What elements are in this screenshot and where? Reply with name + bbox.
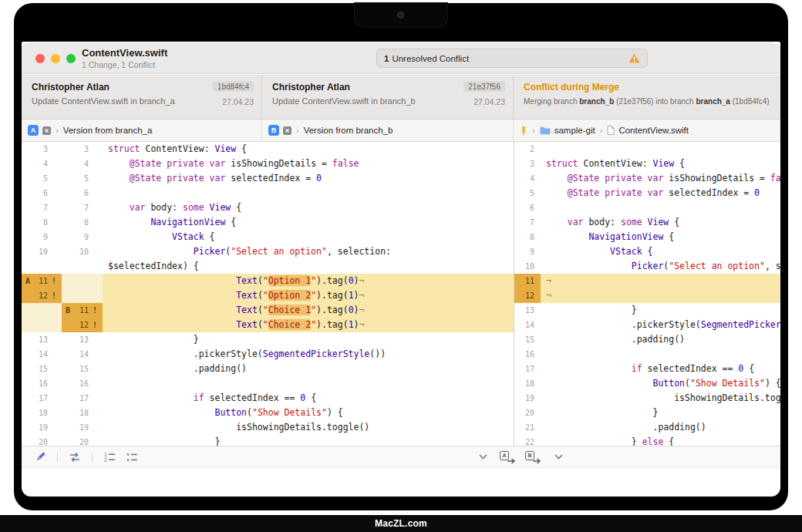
code-text: Picker("Select an option", selection: (103, 244, 514, 259)
window-subtitle: 1 Change, 1 Conflict (82, 60, 167, 69)
code-text: } (541, 406, 780, 420)
line-number-result: 5 (514, 186, 541, 200)
code-text: var body: some View { (541, 215, 780, 230)
code-line: 5 @State private var selectedIndex = 0 (514, 186, 780, 200)
line-number-result: 2 (514, 142, 541, 157)
line-number-b: 13 (62, 332, 103, 347)
pen-icon (520, 126, 527, 136)
line-number-result: 6 (514, 200, 541, 215)
line-number-result: 18 (514, 376, 541, 391)
code-line: 19 isShowingDetails.toggle() (514, 391, 780, 406)
code-text: } (103, 332, 514, 347)
line-number-result: 16 (514, 347, 541, 362)
line-numbers-button[interactable]: 12 (102, 450, 117, 464)
code-text: .pickerStyle(SegmentedPickerStyle()) (103, 347, 514, 362)
merge-conflict-title: Conflict during Merge (524, 82, 773, 93)
bottom-toolbar: 12 A B (22, 446, 780, 467)
line-number-b: 10 (62, 244, 103, 259)
version-b-label: Version from branch_b (304, 126, 393, 135)
line-number-a: 14 (22, 347, 62, 362)
line-number-a: 4 (22, 157, 62, 171)
code-text: isShowingDetails.toggle() (541, 391, 780, 406)
code-text: } (103, 435, 514, 446)
code-text: @State private var selectedIndex = 0 (541, 186, 780, 200)
line-number-b: 9 (62, 230, 103, 244)
code-line: 1717 if selectedIndex == 0 { (22, 391, 514, 406)
line-number-a: 17 (22, 391, 62, 406)
code-text: } else { (541, 435, 780, 446)
branch-a-name: branch_a (696, 97, 730, 106)
code-text: @State private var isShowingDetails = fa… (103, 157, 514, 171)
code-text: if selectedIndex == 0 { (541, 362, 780, 376)
code-line: 8 NavigationView { (514, 230, 780, 244)
code-line: 18 Button("Show Details") { (514, 376, 780, 391)
dropdown-chevron-left[interactable] (475, 450, 490, 464)
code-line: 14 .pickerStyle(SegmentedPickerStyle()) (514, 318, 780, 332)
file-status-icon (283, 126, 291, 135)
line-number-result: 14 (514, 318, 541, 332)
code-line: 7 var body: some View { (514, 215, 780, 230)
line-number-a (22, 259, 62, 274)
watermark-text: MacZL.com (375, 518, 427, 529)
code-line: 88 NavigationView { (22, 215, 514, 230)
line-number-result: 21 (514, 420, 541, 435)
change-list-button[interactable] (124, 450, 140, 464)
code-line: 1515 .padding() (22, 362, 514, 376)
code-line: 2020 } (22, 435, 514, 446)
code-panel-right[interactable]: 23struct ContentView: View {4 @State pri… (514, 142, 780, 446)
code-text: Text("Option 1").tag(0)¬ (103, 274, 514, 288)
file-icon (607, 126, 615, 135)
toolbar-right-group: A B (475, 446, 566, 467)
conflict-gutter-b[interactable]: 12! (62, 318, 103, 332)
conflict-gutter-a[interactable]: 12! (22, 288, 62, 303)
watermark-bar: MacZL.com (0, 515, 802, 532)
conflict-gutter-a[interactable]: A11! (22, 274, 62, 288)
choose-a-button[interactable]: A (500, 451, 516, 463)
choose-b-button[interactable]: B (525, 451, 541, 463)
minimize-button[interactable] (51, 54, 60, 63)
zoom-button[interactable] (66, 54, 76, 63)
code-line: 15 .padding() (514, 332, 780, 347)
line-number-a: 13 (22, 332, 62, 347)
dropdown-chevron-right[interactable] (551, 450, 566, 464)
unresolved-conflict-status[interactable]: 1 Unresolved Conflict (376, 49, 648, 68)
code-text (103, 376, 514, 391)
chevron-separator: › (532, 126, 535, 135)
toolbar-left-group: 12 (22, 450, 140, 464)
code-text: Button("Show Details") { (103, 406, 514, 420)
line-number-result: 20 (514, 406, 541, 420)
merge-info: Conflict during Merge Merging branch bra… (514, 75, 780, 119)
code-line: 22 } else { (514, 435, 780, 446)
code-line: 12¬ (514, 288, 780, 303)
code-line: 44 @State private var isShowingDetails =… (22, 157, 514, 171)
pen-tool-button[interactable] (32, 450, 48, 464)
line-number-a: 15 (22, 362, 62, 376)
conflict-count: 1 (384, 54, 389, 63)
code-text: Text("Choice 1").tag(0)¬ (103, 303, 514, 318)
line-number-a: 19 (22, 420, 62, 435)
conflict-gutter-result[interactable]: 12 (514, 288, 541, 303)
code-line: 11¬ (514, 274, 780, 288)
swap-sides-button[interactable] (67, 450, 83, 464)
folder-icon (540, 126, 551, 135)
diff-editor: 33struct ContentView: View {44 @State pr… (22, 142, 780, 446)
line-number-result: 13 (514, 303, 541, 318)
code-line: 1616 (22, 376, 514, 391)
code-line: 99 VStack { (22, 230, 514, 244)
commit-message: Update ContentView.swift in branch_b (272, 96, 450, 106)
code-panel-left[interactable]: 33struct ContentView: View {44 @State pr… (22, 142, 514, 446)
code-line: 1818 Button("Show Details") { (22, 406, 514, 420)
window-titlebar[interactable]: ContentView.swift 1 Change, 1 Conflict 1… (22, 43, 780, 74)
breadcrumb-bar: A › Version from branch_a B › Version fr… (22, 120, 780, 142)
merge-desc-post: (1bd84fc4) (730, 97, 770, 106)
conflict-gutter-result[interactable]: 11 (514, 274, 541, 288)
close-button[interactable] (35, 54, 45, 63)
conflict-gutter-b[interactable]: B11! (62, 303, 103, 318)
code-text: Picker("Select an option", selection: $s… (541, 259, 780, 274)
code-text: NavigationView { (541, 230, 780, 244)
code-line: 12! Text("Choice 2").tag(1)¬ (22, 318, 514, 332)
breadcrumb-version-a[interactable]: A › Version from branch_a (22, 120, 262, 141)
breadcrumb-result[interactable]: › sample-git › ContentView.swift (514, 120, 780, 141)
line-number-a: 3 (22, 142, 62, 157)
breadcrumb-version-b[interactable]: B › Version from branch_b (262, 120, 514, 141)
